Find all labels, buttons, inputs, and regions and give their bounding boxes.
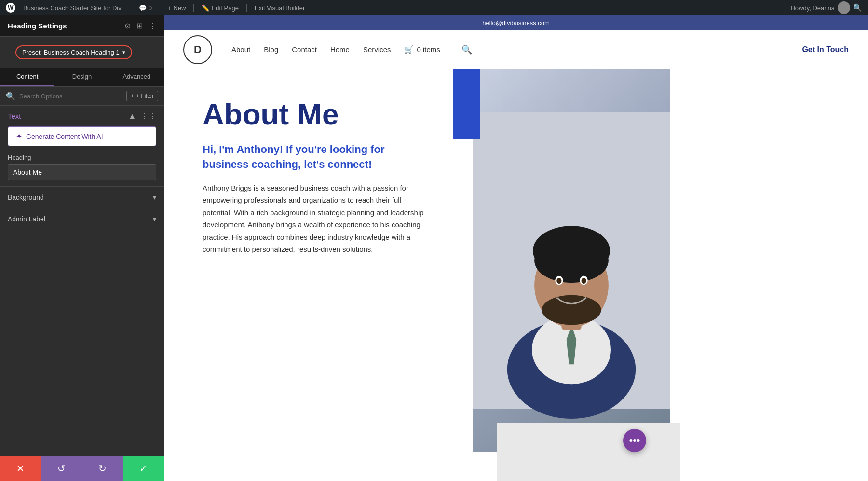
nav-blog[interactable]: Blog bbox=[264, 45, 278, 54]
site-name[interactable]: Business Coach Starter Site for Divi bbox=[23, 4, 123, 12]
filter-icon: + bbox=[131, 93, 134, 99]
redo-button[interactable]: ↻ bbox=[82, 456, 123, 481]
text-section-header: Text ▲ ⋮⋮ bbox=[0, 106, 164, 124]
new-post-link[interactable]: + New bbox=[168, 4, 186, 12]
section-header-icons: ▲ ⋮⋮ bbox=[128, 111, 156, 121]
panel-header: Heading Settings ⊙ ⊞ ⋮ bbox=[0, 15, 164, 37]
floating-action-button[interactable]: ••• bbox=[623, 429, 646, 452]
panel-spacer bbox=[0, 230, 164, 456]
panel-header-icons: ⊙ ⊞ ⋮ bbox=[124, 21, 156, 30]
get-in-touch-link[interactable]: Get In Touch bbox=[802, 45, 849, 54]
ai-sparkle-icon: ✦ bbox=[16, 132, 22, 141]
cart-area[interactable]: 🛒 0 items bbox=[404, 45, 440, 54]
nav-about[interactable]: About bbox=[231, 45, 250, 54]
preset-label: Preset: Business Coach Heading 1 bbox=[22, 49, 120, 56]
wp-logo-icon[interactable]: W bbox=[6, 3, 15, 13]
background-accordion[interactable]: Background ▾ bbox=[0, 186, 164, 208]
plus-icon: + bbox=[168, 4, 172, 12]
site-header: D About Blog Contact Home Services 🛒 0 i… bbox=[164, 30, 868, 69]
avatar bbox=[838, 1, 850, 14]
about-subheading: Hi, I'm Anthony! If you're looking for b… bbox=[203, 142, 424, 172]
tab-content[interactable]: Content bbox=[0, 68, 54, 86]
gray-background-rect bbox=[497, 423, 680, 481]
blue-accent-rectangle bbox=[453, 69, 480, 139]
more-options-icon[interactable]: ⋮ bbox=[149, 21, 156, 30]
page-content: About Me Hi, I'm Anthony! If you're look… bbox=[164, 69, 868, 481]
about-heading: About Me bbox=[203, 98, 424, 131]
settings-panel: Heading Settings ⊙ ⊞ ⋮ Preset: Business … bbox=[0, 15, 164, 481]
tab-advanced[interactable]: Advanced bbox=[109, 68, 164, 86]
heading-input[interactable] bbox=[8, 164, 156, 180]
svg-point-11 bbox=[556, 278, 561, 284]
heading-label: Heading bbox=[8, 154, 156, 161]
preset-badge[interactable]: Preset: Business Coach Heading 1 ▾ bbox=[15, 45, 132, 59]
about-body: Anthony Briggs is a seasoned business co… bbox=[203, 182, 424, 256]
main-layout: Heading Settings ⊙ ⊞ ⋮ Preset: Business … bbox=[0, 15, 868, 481]
user-menu[interactable]: Howdy, Deanna 🔍 bbox=[790, 1, 862, 14]
comment-icon: 💬 bbox=[139, 4, 147, 12]
separator2 bbox=[160, 4, 160, 12]
separator3 bbox=[193, 4, 194, 12]
site-preview: hello@divibusiness.com D About Blog Cont… bbox=[164, 15, 868, 481]
cart-count: 0 items bbox=[417, 45, 440, 54]
save-icon: ✓ bbox=[139, 463, 148, 474]
nav-services[interactable]: Services bbox=[363, 45, 391, 54]
about-content: About Me Hi, I'm Anthony! If you're look… bbox=[164, 69, 453, 481]
admin-label-accordion[interactable]: Admin Label ▾ bbox=[0, 208, 164, 230]
cancel-button[interactable]: ✕ bbox=[0, 456, 41, 481]
admin-label-arrow-icon: ▾ bbox=[153, 215, 156, 223]
panel-tabs: Content Design Advanced bbox=[0, 68, 164, 87]
separator4 bbox=[246, 4, 247, 12]
columns-icon[interactable]: ⊞ bbox=[136, 21, 143, 30]
search-bar: 🔍 + + Filter bbox=[0, 87, 164, 106]
generate-ai-button[interactable]: ✦ Generate Content With AI bbox=[8, 126, 156, 146]
admin-label: Admin Label bbox=[8, 215, 45, 223]
edit-page-link[interactable]: ✏️ Edit Page bbox=[202, 4, 238, 12]
admin-search-icon[interactable]: 🔍 bbox=[853, 3, 862, 12]
about-image-area bbox=[453, 69, 670, 481]
person-photo bbox=[473, 69, 670, 452]
svg-point-8 bbox=[542, 295, 601, 325]
panel-title: Heading Settings bbox=[8, 22, 67, 30]
person-illustration bbox=[473, 69, 670, 452]
site-nav: About Blog Contact Home Services 🛒 0 ite… bbox=[231, 44, 802, 55]
svg-point-12 bbox=[582, 278, 586, 284]
search-input[interactable] bbox=[19, 93, 122, 100]
nav-contact[interactable]: Contact bbox=[292, 45, 317, 54]
exit-builder-link[interactable]: Exit Visual Builder bbox=[255, 4, 305, 12]
redo-icon: ↻ bbox=[98, 463, 107, 474]
heading-field-group: Heading bbox=[0, 152, 164, 186]
site-logo[interactable]: D bbox=[183, 35, 212, 64]
text-section-title: Text bbox=[8, 112, 21, 120]
background-arrow-icon: ▾ bbox=[153, 193, 156, 201]
cancel-icon: ✕ bbox=[16, 463, 25, 474]
nav-home[interactable]: Home bbox=[330, 45, 350, 54]
wp-admin-bar: W Business Coach Starter Site for Divi 💬… bbox=[0, 0, 868, 15]
bottom-bar: ✕ ↺ ↻ ✓ bbox=[0, 456, 164, 481]
focus-mode-icon[interactable]: ⊙ bbox=[124, 21, 131, 30]
save-button[interactable]: ✓ bbox=[123, 456, 164, 481]
pencil-icon: ✏️ bbox=[202, 4, 209, 12]
email-link[interactable]: hello@divibusiness.com bbox=[482, 19, 550, 27]
section-more-icon[interactable]: ⋮⋮ bbox=[141, 111, 156, 121]
comments-link[interactable]: 💬 0 bbox=[139, 4, 152, 12]
email-bar: hello@divibusiness.com bbox=[164, 15, 868, 30]
background-label: Background bbox=[8, 193, 44, 201]
svg-point-7 bbox=[534, 238, 609, 283]
search-icon: 🔍 bbox=[6, 92, 15, 101]
filter-button[interactable]: + + Filter bbox=[126, 91, 158, 101]
fab-dots-icon: ••• bbox=[629, 434, 640, 447]
site-search-icon[interactable]: 🔍 bbox=[461, 44, 472, 55]
separator bbox=[131, 4, 131, 12]
undo-button[interactable]: ↺ bbox=[41, 456, 82, 481]
collapse-icon[interactable]: ▲ bbox=[128, 112, 136, 121]
tab-design[interactable]: Design bbox=[54, 68, 109, 86]
undo-icon: ↺ bbox=[57, 463, 66, 474]
preset-area: Preset: Business Coach Heading 1 ▾ bbox=[0, 37, 164, 68]
preset-dropdown-arrow: ▾ bbox=[122, 49, 125, 55]
cart-icon: 🛒 bbox=[404, 45, 414, 54]
